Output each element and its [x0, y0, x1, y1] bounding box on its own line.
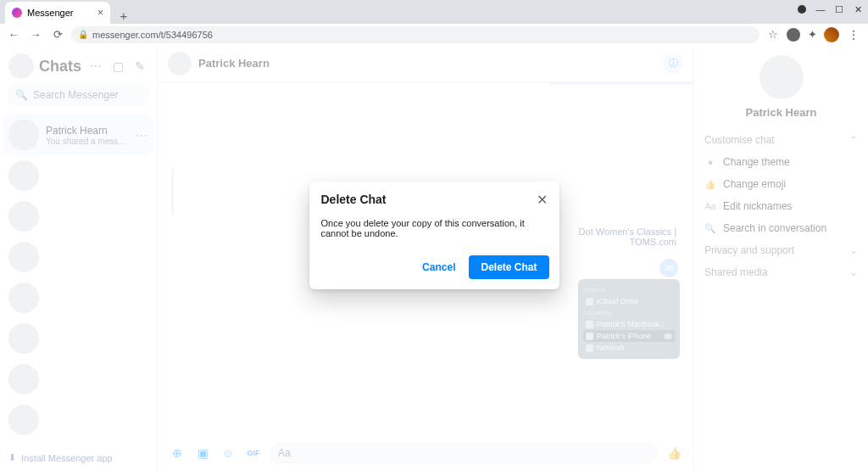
extension-icon[interactable]	[787, 28, 800, 42]
modal-body: Once you delete your copy of this conver…	[309, 218, 559, 249]
extensions: ✦	[787, 26, 839, 43]
back-button[interactable]: ←	[5, 26, 22, 43]
url-text: messenger.com/t/534496756	[92, 30, 213, 40]
delete-chat-button[interactable]: Delete Chat	[469, 255, 548, 279]
lock-icon: 🔒	[78, 30, 88, 39]
close-tab-icon[interactable]: ×	[97, 7, 103, 19]
chrome-menu-button[interactable]: ⋮	[844, 28, 863, 42]
browser-chrome: Messenger × + — ☐ ✕ ← → ⟳ 🔒 messenger.co…	[0, 0, 868, 45]
profile-avatar-icon[interactable]	[824, 27, 839, 42]
reload-button[interactable]: ⟳	[49, 26, 66, 43]
window-maximize-button[interactable]: ☐	[831, 2, 848, 17]
forward-button[interactable]: →	[27, 26, 44, 43]
extensions-puzzle-icon[interactable]: ✦	[804, 26, 821, 43]
tab-title: Messenger	[27, 8, 92, 18]
bookmark-star-icon[interactable]: ☆	[765, 26, 782, 43]
delete-chat-dialog: Delete Chat ✕ Once you delete your copy …	[309, 182, 559, 289]
browser-tab[interactable]: Messenger ×	[5, 2, 110, 24]
modal-close-icon[interactable]: ✕	[537, 192, 548, 208]
address-bar[interactable]: 🔒 messenger.com/t/534496756	[71, 26, 760, 43]
window-minimize-button[interactable]: —	[812, 2, 829, 17]
tab-strip: Messenger × + — ☐ ✕	[0, 0, 868, 24]
nav-bar: ← → ⟳ 🔒 messenger.com/t/534496756 ☆ ✦ ⋮	[0, 24, 868, 45]
modal-title: Delete Chat	[321, 193, 387, 206]
new-tab-button[interactable]: +	[115, 7, 132, 24]
cancel-button[interactable]: Cancel	[414, 255, 464, 279]
window-close-button[interactable]: ✕	[849, 2, 866, 17]
messenger-favicon-icon	[12, 8, 22, 18]
music-extension-icon[interactable]	[793, 2, 810, 17]
